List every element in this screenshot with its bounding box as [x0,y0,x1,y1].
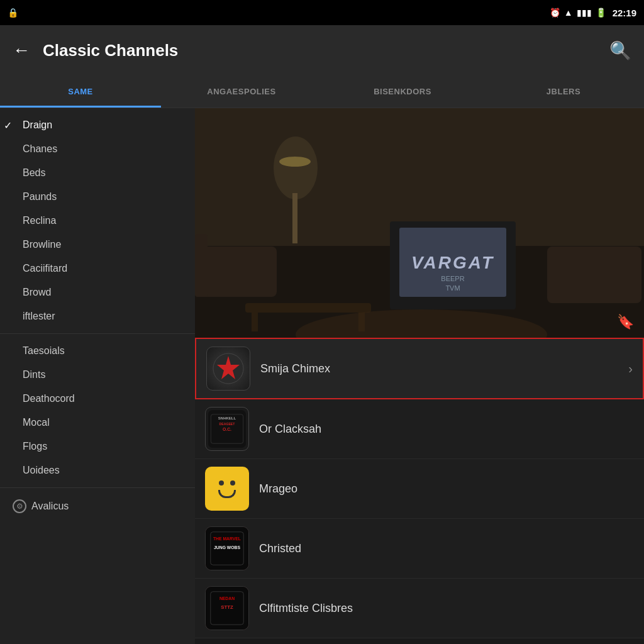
sidebar-item-paunds[interactable]: Paunds [0,185,195,209]
sidebar-item-label: Browd [23,287,51,298]
sidebar-divider [0,333,195,334]
status-bar-left: 🔒 [8,8,18,18]
channel-item-or-clacksah[interactable]: SNHKELL DEAGEET O.C. Or Clacksah [195,399,644,459]
sidebar-item-label: Taesoials [23,345,65,357]
sidebar-item-label: iftlester [23,311,55,322]
tab-angaespolies[interactable]: ANGAESPOLIES [161,75,322,108]
sidebar-item-reclina[interactable]: Reclina [0,209,195,233]
svg-rect-15 [547,247,641,303]
sidebar-item-label: Uoidees [23,465,60,476]
svg-rect-12 [245,303,371,313]
svg-rect-13 [252,313,258,331]
sidebar-item-label: Caciifitard [23,263,67,274]
sidebar-divider-2 [0,487,195,488]
sidebar-item-deathocord[interactable]: Deathocord [0,387,195,411]
content-area: VARGAT BEEPR TVM 🔖 [195,108,644,644]
sidebar-item-label: Dints [23,369,45,380]
svg-text:O.C.: O.C. [223,427,231,431]
channel-thumb-christed: THE MARVEL JUNG WOBS [205,526,249,570]
bookmark-icon[interactable]: 🔖 [617,314,634,330]
sidebar-item-label: Paunds [23,191,57,203]
wifi-icon: ▲ [564,8,573,18]
sidebar-item-taesoials[interactable]: Taesoials [0,339,195,363]
channel-name-mrageo: Mrageo [259,482,634,496]
svg-text:TVM: TVM [445,284,460,292]
sidebar-item-iftlester[interactable]: iftlester [0,304,195,328]
channel-thumb-mrageo [205,467,249,511]
alarm-icon: ⏰ [550,8,560,18]
sidebar-item-draign[interactable]: ✓ Draign [0,113,195,137]
back-button[interactable]: ← [13,40,30,60]
battery-icon: 🔋 [596,8,606,18]
svg-text:NEDAN: NEDAN [219,596,235,601]
channel-thumb-snhkel: SNHKELL DEAGEET O.C. [205,407,249,451]
channel-name-smija-chimex: Smija Chimex [260,362,628,375]
status-bar-right: ⏰ ▲ ▮▮▮ 🔋 22:19 [550,8,636,18]
sidebar-item-label: Deathocord [23,393,75,404]
tab-jblers[interactable]: JBLERS [483,75,644,108]
time-display: 22:19 [613,8,636,18]
sidebar-item-label: Avalicus [31,501,69,512]
search-button[interactable]: 🔍 [609,40,631,61]
sidebar-item-caciifitard[interactable]: Caciifitard [0,257,195,280]
signal-icon: ▮▮▮ [577,8,592,18]
sidebar-item-flogs[interactable]: Flogs [0,435,195,458]
sidebar-item-avalicus[interactable]: ⚙ Avalicus [0,493,195,519]
svg-text:BEEPR: BEEPR [441,275,464,282]
sidebar-item-chanes[interactable]: Chanes [0,137,195,161]
svg-point-2 [274,136,318,199]
sidebar-item-label: Chanes [23,143,57,155]
svg-text:DEAGEET: DEAGEET [219,422,236,426]
svg-text:VARGAT: VARGAT [411,253,494,272]
channel-thumb-smija [206,347,250,391]
sidebar-item-label: Draign [23,119,52,131]
video-background: VARGAT BEEPR TVM [195,108,644,338]
status-bar: 🔒 ⏰ ▲ ▮▮▮ 🔋 22:19 [0,0,644,25]
sidebar-item-label: Browline [23,239,61,250]
sidebar-item-dints[interactable]: Dints [0,363,195,387]
settings-icon: ⚙ [13,499,26,513]
channel-item-mrageo[interactable]: Mrageo [195,459,644,519]
svg-text:SNHKELL: SNHKELL [218,416,236,420]
sidebar-item-label: Reclina [23,215,56,226]
lock-icon: 🔒 [8,8,18,18]
sidebar-item-label: Mocal [23,417,50,428]
page-title: Classic Channels [43,41,609,60]
channel-name-clfitmtiste-clisbres: Clfitmtiste Clisbres [259,602,634,615]
channel-item-christed[interactable]: THE MARVEL JUNG WOBS Christed [195,519,644,579]
svg-rect-6 [195,234,208,297]
sidebar-item-browline[interactable]: Browline [0,233,195,257]
channel-item-smija-chimex[interactable]: Smija Chimex › [195,338,644,399]
channel-name-or-clacksah: Or Clacksah [259,423,634,436]
sidebar-item-label: Flogs [23,441,47,452]
svg-point-4 [279,157,311,167]
main-layout: ✓ Draign Chanes Beds Paunds Reclina Brow… [0,108,644,644]
smiley-icon [211,473,243,504]
tabs-bar: SAME ANGAESPOLIES BISENKDORS JBLERS [0,75,644,108]
check-icon: ✓ [4,119,12,131]
svg-text:STTZ: STTZ [221,604,233,610]
video-thumbnail[interactable]: VARGAT BEEPR TVM 🔖 [195,108,644,338]
header: ← Classic Channels 🔍 [0,25,644,75]
chevron-right-icon: › [628,362,633,376]
svg-text:JUNG WOBS: JUNG WOBS [214,545,240,550]
channel-item-clfitmtiste-clisbres[interactable]: NEDAN STTZ Clfitmtiste Clisbres [195,579,644,638]
svg-text:THE MARVEL: THE MARVEL [213,536,241,541]
svg-rect-3 [292,193,297,243]
sidebar-item-uoidees[interactable]: Uoidees [0,458,195,482]
sidebar: ✓ Draign Chanes Beds Paunds Reclina Brow… [0,108,195,644]
channel-thumb-clifit: NEDAN STTZ [205,586,249,630]
tab-bisenkdors[interactable]: BISENKDORS [322,75,483,108]
sidebar-item-browd[interactable]: Browd [0,280,195,304]
sidebar-item-beds[interactable]: Beds [0,161,195,185]
channel-name-christed: Christed [259,542,634,555]
sidebar-item-label: Beds [23,167,45,179]
tab-same[interactable]: SAME [0,75,161,108]
snowflake-icon [213,353,244,384]
sidebar-item-mocal[interactable]: Mocal [0,411,195,435]
